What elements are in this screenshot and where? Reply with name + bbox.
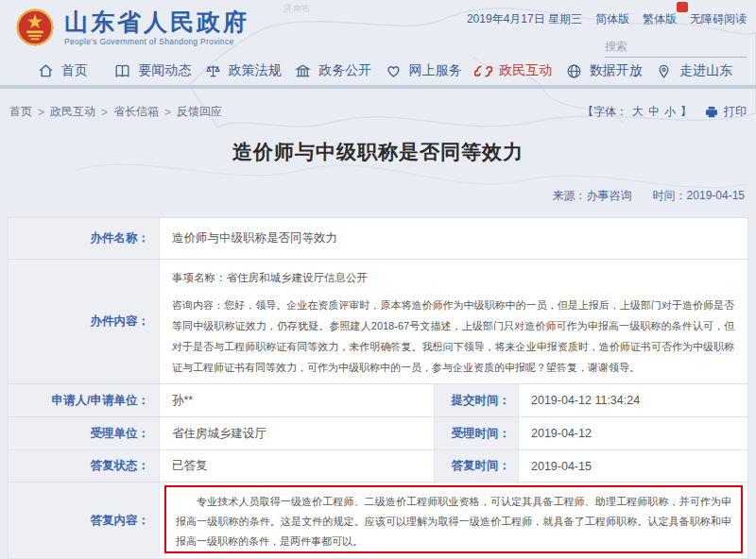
site-title-english: People's Government of Shandong Province xyxy=(64,37,249,46)
link-accessibility[interactable]: 无障碍阅读 xyxy=(690,11,747,27)
accepting-unit-value: 省住房城乡建设厅 xyxy=(160,417,434,449)
news-icon xyxy=(113,62,131,80)
case-detail-table: 办件名称： 造价师与中级职称是否同等效力 办件内容： 事项名称：省住房和城乡建设… xyxy=(8,217,748,559)
nav-item-about-shandong[interactable]: 走进山东 xyxy=(649,62,740,80)
nav-item-label: 网上服务 xyxy=(409,62,462,79)
page-title: 造价师与中级职称是否同等效力 xyxy=(0,139,756,165)
map-pin-icon xyxy=(655,62,673,80)
nav-item-open-data[interactable]: 数据开放 xyxy=(558,62,649,80)
breadcrumb-current-feedback: 反馈回应 xyxy=(177,104,222,120)
accepting-unit-label: 受理单位： xyxy=(9,417,160,449)
header-right: 2019年4月17日 星期三 简体版 繁体版 无障碍阅读 xyxy=(467,8,747,58)
nav-item-label: 走进山东 xyxy=(679,62,732,79)
brand-text: 山东省人民政府 People's Government of Shandong … xyxy=(64,8,249,46)
case-name-label: 办件名称： xyxy=(9,218,160,259)
source-value: 办事咨询 xyxy=(587,189,632,202)
reply-content-label: 答复内容： xyxy=(9,483,160,558)
site-brand: 山东省人民政府 People's Government of Shandong … xyxy=(15,8,249,47)
breadcrumb-separator: > xyxy=(101,106,108,119)
dialog-quotes-icon xyxy=(474,62,492,80)
page: 济南市 山东省人民政府 People's Government of Shand… xyxy=(0,0,756,559)
applicant-label: 申请人/申请单位： xyxy=(9,384,160,416)
case-name-value: 造价师与中级职称是否同等效力 xyxy=(160,218,747,259)
reply-status-label: 答复状态： xyxy=(9,450,160,482)
case-item-name: 事项名称：省住房和城乡建设厅信息公开 xyxy=(172,271,734,285)
breadcrumb-governor-mailbox[interactable]: 省长信箱 xyxy=(113,104,159,120)
breadcrumb-separator: > xyxy=(38,106,44,119)
accept-time-label: 受理时间： xyxy=(434,417,519,449)
breadcrumb-toolbar-row: 首页 > 政民互动 > 省长信箱 > 反馈回应 【字体： 大 中 小 】 打印 xyxy=(9,104,747,120)
printer-icon[interactable] xyxy=(704,105,719,120)
applicant-value: 孙** xyxy=(160,384,434,416)
site-title: 山东省人民政府 xyxy=(64,8,249,35)
table-row-reply-content: 答复内容： 专业技术人员取得一级造价工程师、二级造价工程师职业资格，可认定其具备… xyxy=(9,483,747,558)
table-row-accepting-unit: 受理单位： 省住房城乡建设厅 受理时间： 2019-04-12 xyxy=(9,417,747,450)
nav-item-home[interactable]: 首页 xyxy=(17,62,108,80)
main-navigation: 首页 要闻动态 政策法规 政务公开 网上服务 政民互动 xyxy=(0,57,756,89)
page-tools: 【字体： 大 中 小 】 打印 xyxy=(582,104,747,120)
breadcrumb: 首页 > 政民互动 > 省长信箱 > 反馈回应 xyxy=(9,104,222,120)
home-icon xyxy=(37,62,55,80)
reply-content-text: 专业技术人员取得一级造价工程师、二级造价工程师职业资格，可认定其具备工程师、助理… xyxy=(176,492,731,551)
search-input[interactable] xyxy=(605,40,751,53)
reply-time-value: 2019-04-15 xyxy=(519,450,747,482)
search-box xyxy=(605,39,747,58)
heart-service-icon xyxy=(385,62,403,80)
case-content-value: 事项名称：省住房和城乡建设厅信息公开 咨询内容：您好，领导。企业在资质评审时，原… xyxy=(160,260,747,383)
reply-content-cell: 专业技术人员取得一级造价工程师、二级造价工程师职业资格，可认定其具备工程师、助理… xyxy=(160,483,747,558)
law-scales-icon xyxy=(204,62,222,80)
national-emblem-logo xyxy=(15,8,55,47)
nav-item-gov-affairs[interactable]: 政务公开 xyxy=(288,62,379,80)
case-content-label: 办件内容： xyxy=(9,260,160,383)
reply-time-label: 答复时间： xyxy=(434,450,519,482)
nav-item-label: 数据开放 xyxy=(590,62,643,79)
topbar: 2019年4月17日 星期三 简体版 繁体版 无障碍阅读 xyxy=(467,11,747,27)
nav-item-label: 政策法规 xyxy=(229,62,282,79)
link-simplified-chinese[interactable]: 简体版 xyxy=(595,11,629,27)
reply-status-value: 已答复 xyxy=(160,450,434,482)
font-size-prefix: 【字体： xyxy=(582,104,627,120)
link-traditional-chinese[interactable]: 繁体版 xyxy=(643,11,677,27)
highlight-box: 专业技术人员取得一级造价工程师、二级造价工程师职业资格，可认定其具备工程师、助理… xyxy=(164,485,743,553)
globe-data-icon xyxy=(565,62,583,80)
table-row-case-content: 办件内容： 事项名称：省住房和城乡建设厅信息公开 咨询内容：您好，领导。企业在资… xyxy=(9,260,747,384)
font-size-small-button[interactable]: 小 xyxy=(664,104,676,120)
submit-time-label: 提交时间： xyxy=(434,384,519,416)
nav-item-online-services[interactable]: 网上服务 xyxy=(378,62,469,80)
nav-item-public-interaction[interactable]: 政民互动 xyxy=(469,62,559,80)
breadcrumb-home[interactable]: 首页 xyxy=(9,104,32,120)
nav-item-label: 政民互动 xyxy=(499,62,552,79)
table-row-case-name: 办件名称： 造价师与中级职称是否同等效力 xyxy=(9,218,747,260)
gov-building-icon xyxy=(294,62,312,80)
site-header: 山东省人民政府 People's Government of Shandong … xyxy=(0,0,756,57)
table-row-applicant: 申请人/申请单位： 孙** 提交时间： 2019-04-12 11:34:24 xyxy=(9,384,747,417)
source-time-row: 来源：办事咨询时间：2019-04-15 xyxy=(0,188,745,204)
nav-item-news[interactable]: 要闻动态 xyxy=(108,62,198,80)
source-label: 来源： xyxy=(553,189,587,202)
inquiry-content: 咨询内容：您好，领导。企业在资质评审时，原本将造价师作为中级职称中的一员，但是上… xyxy=(172,295,734,378)
breadcrumb-interaction[interactable]: 政民互动 xyxy=(50,104,95,120)
font-size-large-button[interactable]: 大 xyxy=(632,104,644,120)
nav-item-label: 要闻动态 xyxy=(138,62,191,79)
nav-item-label: 首页 xyxy=(61,62,88,79)
table-row-reply-status: 答复状态： 已答复 答复时间： 2019-04-15 xyxy=(9,450,747,483)
submit-time-value: 2019-04-12 11:34:24 xyxy=(519,384,747,416)
breadcrumb-separator: > xyxy=(164,106,171,119)
font-size-suffix: 】 xyxy=(680,104,692,120)
accept-time-value: 2019-04-12 xyxy=(519,417,747,449)
nav-item-policies[interactable]: 政策法规 xyxy=(198,62,288,80)
time-value: 2019-04-15 xyxy=(687,189,745,202)
date-display: 2019年4月17日 星期三 xyxy=(467,11,582,27)
time-label: 时间： xyxy=(653,189,687,202)
print-button[interactable]: 打印 xyxy=(724,104,747,120)
nav-item-label: 政务公开 xyxy=(318,62,371,79)
font-size-medium-button[interactable]: 中 xyxy=(648,104,660,120)
